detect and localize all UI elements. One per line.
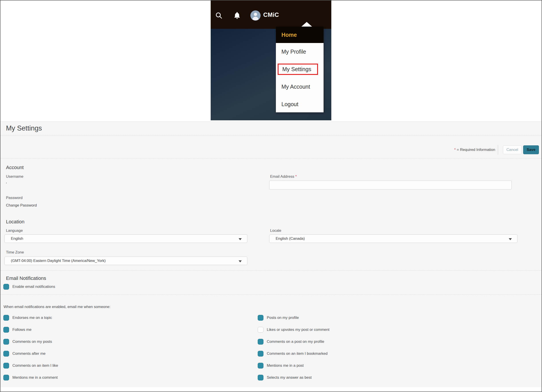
highlight-box: My Settings bbox=[278, 64, 318, 75]
profile-dropdown-menu: Home My Profile My Settings My Account L… bbox=[276, 26, 324, 112]
notifications-column-right: Posts on my profile Likes or upvotes my … bbox=[258, 315, 330, 381]
menu-item-my-profile[interactable]: My Profile bbox=[276, 43, 324, 60]
posts-on-my-profile-checkbox[interactable] bbox=[258, 315, 263, 321]
menu-item-logout[interactable]: Logout bbox=[276, 95, 324, 113]
email-notifications-section: Email Notifications Enable email notific… bbox=[0, 275, 542, 293]
required-note-text: = Required Information bbox=[457, 148, 495, 152]
location-heading: Location bbox=[6, 219, 24, 225]
comments-on-item-i-like-checkbox[interactable] bbox=[3, 363, 9, 369]
notification-option-row[interactable]: Follows me bbox=[3, 327, 58, 333]
option-label: Follows me bbox=[12, 328, 32, 332]
language-label: Language bbox=[6, 228, 23, 233]
option-label: Posts on my profile bbox=[267, 316, 299, 320]
selects-my-answer-checkbox[interactable] bbox=[258, 375, 263, 381]
top-navbar: CMiC bbox=[211, 0, 331, 29]
toolbar-divider bbox=[498, 145, 498, 155]
comments-on-my-posts-checkbox[interactable] bbox=[3, 339, 9, 344]
option-label: Comments after me bbox=[12, 351, 45, 356]
enable-notifications-checkbox[interactable] bbox=[3, 284, 9, 290]
locale-value: English (Canada) bbox=[276, 236, 305, 241]
account-heading: Account bbox=[6, 165, 24, 170]
option-label: Mentions me in a post bbox=[267, 363, 304, 368]
dropdown-caret-icon bbox=[301, 22, 312, 26]
user-avatar[interactable] bbox=[250, 11, 260, 21]
comments-on-bookmarked-checkbox[interactable] bbox=[258, 351, 263, 356]
option-label: Mentions me in a comment bbox=[12, 375, 58, 380]
notifications-bell-icon[interactable] bbox=[232, 11, 242, 21]
comments-after-me-checkbox[interactable] bbox=[3, 351, 9, 356]
save-button[interactable]: Save bbox=[523, 145, 539, 154]
language-select[interactable]: English bbox=[5, 234, 247, 243]
change-password-link[interactable]: Change Password bbox=[6, 203, 37, 208]
location-section: Location Language English Locale English… bbox=[0, 219, 542, 270]
enable-notifications-row[interactable]: Enable email notifications bbox=[3, 284, 55, 290]
menu-item-my-settings[interactable]: My Settings bbox=[276, 60, 324, 78]
notification-option-row[interactable]: Comments after me bbox=[3, 351, 58, 356]
email-label: Email Address * bbox=[270, 174, 297, 179]
notification-option-row[interactable]: Likes or upvotes my post or comment bbox=[258, 327, 330, 333]
select-caret-icon bbox=[509, 238, 512, 240]
screenshot-frame: CMiC Home My Profile My Settings My Acco… bbox=[0, 0, 542, 392]
menu-item-home[interactable]: Home bbox=[276, 26, 324, 43]
enable-notifications-label: Enable email notifications bbox=[12, 285, 55, 289]
mentions-me-in-comment-checkbox[interactable] bbox=[3, 375, 9, 381]
notification-option-row[interactable]: Comments on an item I bookmarked bbox=[258, 351, 330, 356]
app-header-snippet: CMiC Home My Profile My Settings My Acco… bbox=[211, 0, 331, 120]
option-label: Selects my answer as best bbox=[267, 375, 312, 380]
email-required-asterisk: * bbox=[295, 174, 297, 179]
notification-option-row[interactable]: Comments on an item I like bbox=[3, 363, 58, 369]
cancel-button[interactable]: Cancel bbox=[503, 145, 522, 154]
section-divider bbox=[0, 294, 542, 295]
page-title: My Settings bbox=[6, 124, 42, 132]
form-toolbar: * = Required Information Cancel Save bbox=[0, 136, 542, 159]
my-settings-page: My Settings * = Required Information Can… bbox=[0, 121, 542, 387]
option-label: Endorses me on a topic bbox=[12, 316, 52, 320]
notification-option-row[interactable]: Mentions me in a post bbox=[258, 363, 330, 369]
notifications-column-left: Endorses me on a topic Follows me Commen… bbox=[3, 315, 58, 381]
notification-option-row[interactable]: Mentions me in a comment bbox=[3, 375, 58, 381]
notification-option-row[interactable]: Endorses me on a topic bbox=[3, 315, 58, 321]
option-label: Comments on my posts bbox=[12, 339, 52, 344]
logo-text: CMiC bbox=[263, 11, 279, 18]
email-input[interactable] bbox=[269, 180, 512, 190]
option-label: Comments on an item I bookmarked bbox=[267, 351, 328, 356]
timezone-select[interactable]: (GMT-04:00) Eastern Daylight Time (Ameri… bbox=[5, 257, 247, 265]
timezone-label: Time Zone bbox=[6, 250, 24, 255]
select-caret-icon bbox=[239, 238, 242, 240]
account-section: Account Username ' Password Change Passw… bbox=[0, 165, 542, 219]
notifications-intro: When email notifications are enabled, em… bbox=[4, 305, 110, 309]
page-header: My Settings bbox=[0, 122, 542, 135]
menu-item-my-account[interactable]: My Account bbox=[276, 78, 324, 95]
likes-upvotes-checkbox[interactable] bbox=[258, 327, 263, 333]
select-caret-icon bbox=[239, 260, 242, 262]
mentions-me-in-post-checkbox[interactable] bbox=[258, 363, 263, 369]
option-label: Comments on an item I like bbox=[12, 363, 58, 368]
notification-option-row[interactable]: Comments on a post on my profile bbox=[258, 339, 330, 344]
notification-option-row[interactable]: Posts on my profile bbox=[258, 315, 330, 321]
notification-option-row[interactable]: Selects my answer as best bbox=[258, 375, 330, 381]
timezone-value: (GMT-04:00) Eastern Daylight Time (Ameri… bbox=[11, 259, 106, 263]
search-icon[interactable] bbox=[214, 11, 224, 21]
username-label: Username bbox=[6, 174, 23, 179]
locale-label: Locale bbox=[270, 228, 281, 233]
option-label: Comments on a post on my profile bbox=[267, 339, 324, 344]
language-value: English bbox=[11, 236, 23, 241]
email-notifications-heading: Email Notifications bbox=[6, 275, 46, 281]
required-asterisk: * bbox=[454, 148, 456, 152]
required-note: * = Required Information bbox=[454, 148, 495, 152]
password-label: Password bbox=[6, 196, 23, 200]
notification-option-row[interactable]: Comments on my posts bbox=[3, 339, 58, 344]
follows-me-checkbox[interactable] bbox=[3, 327, 9, 333]
section-divider bbox=[0, 270, 542, 270]
endorses-me-checkbox[interactable] bbox=[3, 315, 9, 321]
locale-select[interactable]: English (Canada) bbox=[269, 234, 517, 243]
username-value: ' bbox=[6, 182, 7, 186]
comments-on-post-on-profile-checkbox[interactable] bbox=[258, 339, 263, 344]
option-label: Likes or upvotes my post or comment bbox=[267, 328, 330, 332]
